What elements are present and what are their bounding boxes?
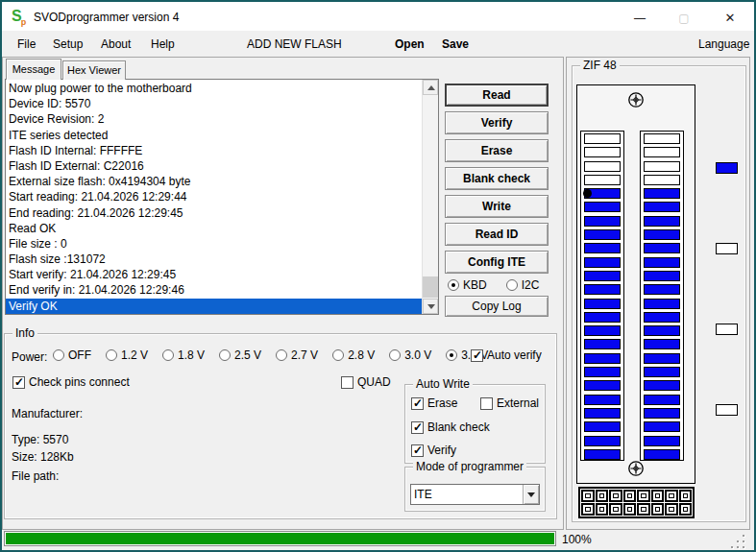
power-option-label: 3.0 V — [404, 348, 431, 362]
chip-type: Type: 5570 — [12, 433, 68, 446]
blank-check-button[interactable]: Blank check — [445, 167, 549, 190]
quad-checkbox[interactable]: QUAD — [341, 375, 391, 389]
write-button[interactable]: Write — [445, 195, 549, 218]
auto-verify-checkbox[interactable]: Auto verify — [471, 348, 542, 362]
verify-button[interactable]: Verify — [445, 111, 549, 134]
tab-message[interactable]: Message — [6, 59, 61, 80]
menu-save[interactable]: Save — [442, 37, 469, 51]
pin-bar — [584, 229, 621, 240]
read-button[interactable]: Read — [445, 84, 549, 107]
log-line[interactable]: Now plug power to the motherboard — [6, 81, 422, 96]
pin-bar — [584, 312, 621, 323]
i2c-label: I2C — [522, 278, 540, 292]
pin-bar — [584, 216, 621, 227]
power-option-off[interactable]: OFF — [53, 348, 91, 362]
checkbox-icon — [411, 421, 424, 434]
config-ite-button[interactable]: Config ITE — [445, 251, 549, 274]
title-bar: Sp SVODprogrammer version 4 — ▢ ✕ — [2, 2, 754, 31]
menu-setup[interactable]: Setup — [53, 37, 83, 51]
power-option-label: 2.5 V — [234, 348, 261, 362]
scrollbar-thumb[interactable] — [423, 276, 438, 298]
log-line[interactable]: End verify in: 21.04.2026 12:29:46 — [6, 282, 422, 298]
erase-button[interactable]: Erase — [445, 139, 549, 162]
pin-bar — [644, 436, 680, 446]
pin-bar — [584, 408, 621, 419]
log-scrollbar[interactable] — [422, 80, 438, 314]
menu-about[interactable]: About — [101, 37, 131, 51]
log-line[interactable]: Flash ID Internal: FFFFFE — [6, 143, 422, 158]
power-option-1.8v[interactable]: 1.8 V — [162, 348, 205, 362]
log-line[interactable]: Device ID: 5570 — [6, 96, 422, 111]
menu-open[interactable]: Open — [395, 37, 425, 51]
pin-bar — [644, 161, 680, 172]
log-line[interactable]: End reading: 21.04.2026 12:29:45 — [6, 205, 422, 221]
check-pins-checkbox[interactable]: Check pins connect — [12, 375, 130, 389]
cb-label: Verify — [427, 444, 456, 457]
log-line[interactable]: Verify OK — [6, 299, 422, 314]
power-option-2.8v[interactable]: 2.8 V — [332, 348, 375, 362]
mode-combobox[interactable]: ITE — [410, 484, 540, 505]
pin-column-right — [640, 131, 684, 461]
log-line[interactable]: Device Revision: 2 — [6, 111, 422, 127]
scroll-up-icon[interactable] — [423, 80, 438, 95]
pin-bar — [644, 271, 680, 281]
menu-help[interactable]: Help — [151, 37, 175, 51]
menu-add-new-flash[interactable]: ADD NEW FLASH — [247, 37, 342, 51]
cb-label: External — [497, 396, 539, 410]
pin-bar — [584, 175, 621, 185]
connector-pin — [665, 503, 678, 516]
connector-pin — [637, 503, 650, 516]
scroll-down-icon[interactable] — [423, 299, 438, 314]
log-line[interactable]: File size : 0 — [6, 236, 422, 252]
auto-write-external[interactable]: External — [480, 396, 539, 410]
log-line[interactable]: Start verify: 21.04.2026 12:29:45 — [6, 267, 422, 282]
tab-hex-viewer[interactable]: Hex Viewer — [62, 60, 126, 80]
i2c-radio[interactable]: I2C — [506, 278, 540, 292]
log-list: Now plug power to the motherboardDevice … — [6, 81, 422, 314]
log-line[interactable]: Flash size :131072 — [6, 252, 422, 267]
pin-bar — [584, 449, 621, 460]
auto-write-blank-check[interactable]: Blank check — [411, 420, 490, 434]
pin-bar — [584, 421, 621, 432]
pin-bar — [644, 367, 680, 377]
log-line[interactable]: ITE series detected — [6, 128, 422, 143]
info-group-title: Info — [12, 326, 37, 340]
checkbox-icon — [411, 397, 424, 410]
pin-bar — [644, 421, 680, 432]
power-option-1.2v[interactable]: 1.2 V — [106, 348, 148, 362]
pin-bar — [584, 367, 621, 377]
pin-bar — [644, 229, 680, 240]
chevron-down-icon[interactable] — [523, 485, 539, 504]
log-line[interactable]: Read OK — [6, 221, 422, 236]
log-line[interactable]: Flash ID External: C22016 — [6, 158, 422, 174]
checkbox-icon — [12, 376, 25, 389]
connector-pin — [581, 503, 595, 516]
copy-log-button[interactable]: Copy Log — [445, 296, 549, 317]
pin-bar — [584, 243, 621, 253]
log-line[interactable]: External size flash: 0x4194304 byte — [6, 174, 422, 189]
close-button[interactable]: ✕ — [706, 4, 754, 33]
radio-icon — [162, 349, 174, 361]
power-option-2.5v[interactable]: 2.5 V — [219, 348, 261, 362]
auto-write-erase[interactable]: Erase — [411, 396, 457, 410]
menu-language[interactable]: Language — [698, 37, 749, 51]
radio-icon — [219, 349, 231, 361]
resize-grip[interactable] — [731, 535, 746, 550]
window-title: SVODprogrammer version 4 — [34, 11, 179, 24]
read-id-button[interactable]: Read ID — [445, 223, 549, 246]
kbd-label: KBD — [463, 278, 487, 292]
auto-write-verify[interactable]: Verify — [411, 444, 456, 457]
menu-file[interactable]: File — [17, 37, 36, 51]
pin-bar — [584, 395, 621, 405]
checkbox-icon — [471, 349, 483, 362]
connector-pin — [596, 503, 609, 516]
connector-pin — [609, 503, 622, 516]
connector-pin — [581, 490, 595, 502]
pin-bar — [584, 284, 621, 295]
log-line[interactable]: Start reading: 21.04.2026 12:29:44 — [6, 189, 422, 204]
power-option-3.0v[interactable]: 3.0 V — [389, 348, 431, 362]
power-option-2.7v[interactable]: 2.7 V — [276, 348, 318, 362]
maximize-button[interactable]: ▢ — [662, 4, 706, 33]
minimize-button[interactable]: — — [618, 4, 662, 33]
kbd-radio[interactable]: KBD — [448, 278, 487, 292]
